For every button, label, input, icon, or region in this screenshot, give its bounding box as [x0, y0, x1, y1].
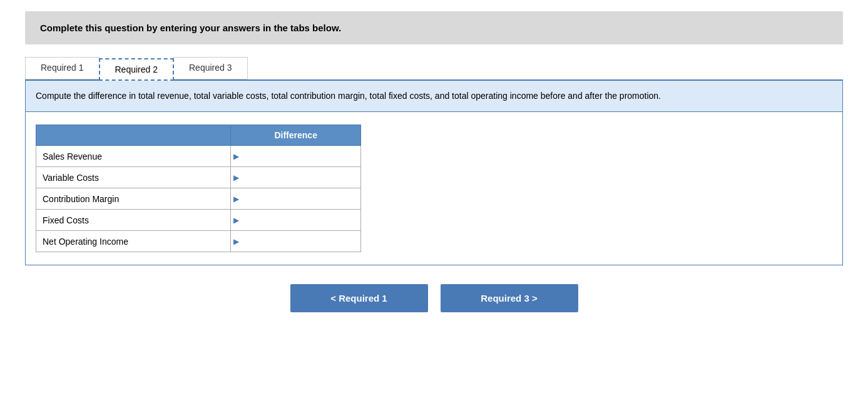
- page-wrapper: Complete this question by entering your …: [0, 0, 868, 344]
- content-area: Compute the difference in total revenue,…: [25, 81, 843, 265]
- table-row: Variable Costs▶: [36, 167, 361, 188]
- row-input-cell-1[interactable]: ▶: [231, 167, 361, 188]
- row-input-cell-2[interactable]: ▶: [231, 188, 361, 210]
- row-input-cell-4[interactable]: ▶: [231, 231, 361, 252]
- input-arrow-icon-0: ▶: [231, 153, 242, 160]
- row-label-0: Sales Revenue: [36, 146, 231, 167]
- tabs-container: Required 1 Required 2 Required 3: [25, 57, 843, 81]
- bottom-buttons: < Required 1 Required 3 >: [25, 284, 843, 325]
- row-label-2: Contribution Margin: [36, 188, 231, 210]
- next-button[interactable]: Required 3 >: [441, 284, 578, 312]
- tab-required2[interactable]: Required 2: [99, 58, 175, 81]
- row-label-3: Fixed Costs: [36, 210, 231, 231]
- table-row: Fixed Costs▶: [36, 210, 361, 231]
- instruction-text: Complete this question by entering your …: [40, 23, 828, 33]
- col-header-difference: Difference: [231, 125, 361, 146]
- table-row: Contribution Margin▶: [36, 188, 361, 210]
- tab-required3[interactable]: Required 3: [173, 57, 248, 79]
- row-input-cell-3[interactable]: ▶: [231, 210, 361, 231]
- input-arrow-icon-4: ▶: [231, 238, 242, 245]
- description-box: Compute the difference in total revenue,…: [26, 81, 842, 112]
- row-input-0[interactable]: [242, 146, 360, 166]
- row-input-1[interactable]: [242, 167, 360, 188]
- table-row: Sales Revenue▶: [36, 146, 361, 167]
- input-arrow-icon-3: ▶: [231, 217, 242, 224]
- tab-required1[interactable]: Required 1: [25, 57, 100, 79]
- row-input-2[interactable]: [242, 188, 360, 209]
- table-row: Net Operating Income▶: [36, 231, 361, 252]
- row-label-1: Variable Costs: [36, 167, 231, 188]
- row-input-3[interactable]: [242, 210, 360, 230]
- input-arrow-icon-2: ▶: [231, 195, 242, 203]
- data-table: Difference Sales Revenue▶Variable Costs▶…: [36, 125, 361, 252]
- col-header-label: [36, 125, 231, 146]
- instruction-banner: Complete this question by entering your …: [25, 11, 843, 44]
- input-arrow-icon-1: ▶: [231, 174, 242, 181]
- row-label-4: Net Operating Income: [36, 231, 231, 252]
- row-input-4[interactable]: [242, 231, 360, 252]
- row-input-cell-0[interactable]: ▶: [231, 146, 361, 167]
- prev-button[interactable]: < Required 1: [290, 284, 428, 312]
- description-text: Compute the difference in total revenue,…: [36, 89, 832, 103]
- table-section: Difference Sales Revenue▶Variable Costs▶…: [26, 112, 842, 265]
